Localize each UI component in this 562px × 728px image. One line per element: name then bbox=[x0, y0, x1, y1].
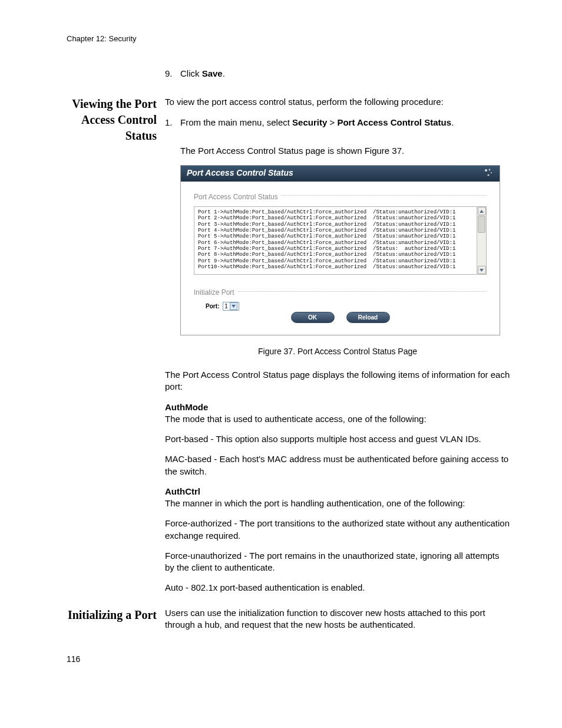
status-panel: Port Access Control Status bbox=[180, 165, 500, 335]
port-select[interactable]: 1 bbox=[223, 302, 239, 311]
field-option: MAC-based - Each host's MAC address must… bbox=[165, 453, 510, 477]
step-prefix: From the main menu, select bbox=[180, 117, 292, 127]
step-suffix: . bbox=[223, 68, 225, 78]
status-line: Port 4->AuthMode:Port_based/AuthCtrl:For… bbox=[198, 228, 482, 233]
svg-marker-4 bbox=[480, 210, 484, 213]
step-suffix: . bbox=[451, 117, 454, 127]
status-line: Port 6->AuthMode:Port_based/AuthCtrl:For… bbox=[198, 240, 482, 246]
figure-reference: The Port Access Control Status page is s… bbox=[180, 145, 510, 157]
logo-icon bbox=[483, 167, 494, 178]
page-number: 116 bbox=[67, 654, 510, 664]
section-title-initializing: Initializing a Port bbox=[67, 607, 157, 623]
scroll-down-button[interactable] bbox=[478, 266, 486, 274]
svg-point-3 bbox=[487, 174, 489, 176]
init-section-label: Initialize Port bbox=[194, 288, 234, 297]
chevron-down-icon bbox=[480, 269, 484, 272]
chevron-down-icon bbox=[232, 305, 236, 308]
dropdown-arrow[interactable] bbox=[230, 302, 237, 310]
menu-item: Security bbox=[292, 117, 327, 127]
status-line: Port 2->AuthMode:Port_based/AuthCtrl:For… bbox=[198, 215, 482, 221]
chapter-heading: Chapter 12: Security bbox=[67, 34, 510, 43]
step-action: Save bbox=[202, 68, 223, 78]
scroll-up-button[interactable] bbox=[478, 207, 486, 215]
status-textarea[interactable]: Port 1->AuthMode:Port_based/AuthCtrl:For… bbox=[194, 206, 487, 275]
field-description: The manner in which the port is handling… bbox=[165, 498, 510, 509]
figure-caption: Figure 37. Port Access Control Status Pa… bbox=[165, 346, 510, 357]
status-line: Port 8->AuthMode:Port_based/AuthCtrl:For… bbox=[198, 252, 482, 258]
port-label: Port: bbox=[206, 302, 219, 311]
step-number: 9. bbox=[165, 68, 180, 80]
menu-item: Port Access Control Status bbox=[337, 117, 451, 127]
panel-title: Port Access Control Status bbox=[187, 167, 293, 179]
svg-point-0 bbox=[485, 169, 487, 172]
separator: > bbox=[327, 117, 337, 127]
status-line: Port10->AuthMode:Port_based/AuthCtrl:For… bbox=[198, 264, 482, 270]
port-select-value: 1 bbox=[224, 302, 230, 311]
chevron-up-icon bbox=[480, 210, 484, 213]
panel-header: Port Access Control Status bbox=[181, 166, 500, 182]
section-body: Users can use the initialization functio… bbox=[165, 607, 510, 631]
panel-section-label: Port Access Control Status bbox=[194, 192, 278, 202]
svg-marker-5 bbox=[480, 269, 484, 272]
scroll-track[interactable] bbox=[477, 216, 486, 265]
status-line: Port 3->AuthMode:Port_based/AuthCtrl:For… bbox=[198, 222, 482, 228]
step-text: Click Save. bbox=[180, 68, 510, 80]
section-title-viewing: Viewing the Port Access Control Status bbox=[67, 96, 157, 144]
svg-marker-6 bbox=[232, 305, 236, 308]
status-line: Port 7->AuthMode:Port_based/AuthCtrl:For… bbox=[198, 246, 482, 252]
field-description: The mode that is used to authenticate ac… bbox=[165, 413, 510, 425]
reload-button[interactable]: Reload bbox=[346, 312, 390, 323]
step-text: From the main menu, select Security > Po… bbox=[180, 117, 510, 129]
step-number: 1. bbox=[165, 117, 180, 129]
divider bbox=[238, 291, 487, 292]
ok-button[interactable]: OK bbox=[291, 312, 335, 323]
field-title: AuthCtrl bbox=[165, 486, 200, 496]
svg-point-1 bbox=[489, 169, 491, 171]
svg-point-2 bbox=[491, 172, 492, 173]
status-line: Port 1->AuthMode:Port_based/AuthCtrl:For… bbox=[198, 209, 482, 215]
step-prefix: Click bbox=[180, 68, 202, 78]
intro-paragraph: To view the port access control status, … bbox=[165, 96, 510, 108]
divider bbox=[282, 195, 487, 196]
field-option: Auto - 802.1x port-based authentication … bbox=[165, 582, 510, 594]
scroll-thumb[interactable] bbox=[478, 216, 485, 233]
status-line: Port 9->AuthMode:Port_based/AuthCtrl:For… bbox=[198, 258, 482, 264]
scrollbar[interactable] bbox=[477, 207, 486, 274]
status-line: Port 5->AuthMode:Port_based/AuthCtrl:For… bbox=[198, 233, 482, 239]
field-option: Port-based - This option also supports m… bbox=[165, 433, 510, 445]
description-paragraph: The Port Access Control Status page disp… bbox=[165, 369, 510, 393]
field-title: AuthMode bbox=[165, 402, 208, 412]
field-option: Force-unauthorized - The port remains in… bbox=[165, 550, 510, 574]
field-option: Force-authorized - The port transitions … bbox=[165, 518, 510, 542]
